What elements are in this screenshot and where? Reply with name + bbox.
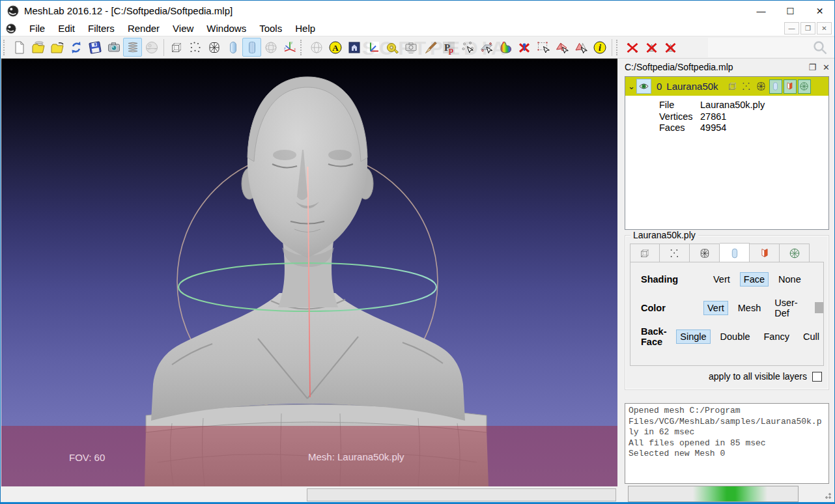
menu-file[interactable]: File: [23, 21, 51, 35]
globe-decoration-button[interactable]: [307, 38, 326, 57]
open-project-button[interactable]: [29, 38, 48, 57]
color-mesh-option[interactable]: Mesh: [734, 301, 765, 315]
hud-right: Mesh: Laurana50k.ply Vertices: 27,861 Fa…: [308, 427, 404, 486]
title-bar[interactable]: MeshLab 2016.12 - [C:/Softpedia/Softpedi…: [1, 1, 834, 21]
apply-all-layers-checkbox[interactable]: [812, 372, 822, 382]
tab-color[interactable]: [750, 244, 780, 262]
userdef-color-swatch[interactable]: [815, 302, 823, 313]
color-vert-option[interactable]: Vert: [703, 301, 728, 315]
visibility-eye-icon[interactable]: [636, 79, 651, 94]
menu-edit[interactable]: Edit: [51, 21, 81, 35]
show-labels-button[interactable]: A: [326, 38, 345, 57]
mdi-minimize-button[interactable]: —: [784, 22, 799, 35]
render-mode-tabs: [630, 244, 810, 263]
save-button[interactable]: [85, 38, 104, 57]
shading-none-option[interactable]: None: [774, 272, 805, 287]
toolbar-grip[interactable]: [616, 40, 620, 55]
quality-mapper-button[interactable]: [496, 38, 515, 57]
minimize-button[interactable]: —: [746, 1, 776, 21]
open-from-web-button[interactable]: [142, 38, 161, 57]
groupbox-title: Laurana50k.ply: [630, 230, 698, 240]
menu-view[interactable]: View: [166, 21, 200, 35]
tab-solid[interactable]: [720, 243, 750, 263]
menu-render[interactable]: Render: [121, 21, 166, 35]
layer-flat-color-icon[interactable]: [784, 79, 797, 94]
open-mesh-button[interactable]: [48, 38, 66, 57]
menu-filters[interactable]: Filters: [81, 21, 121, 35]
layer-list: ⌄ 0 Laurana50k FileLaurana50k.ply Vertic: [625, 76, 829, 230]
smooth-render-button[interactable]: [223, 38, 242, 57]
maximize-button[interactable]: ☐: [776, 1, 805, 21]
log-line: Selected new Mesh 0: [629, 449, 825, 460]
show-layer-dialog-button[interactable]: [123, 38, 142, 57]
show-axis-button[interactable]: [363, 38, 382, 57]
dock-header[interactable]: C:/Softpedia/Softpedia.mlp ❐ ✕: [618, 59, 835, 76]
toolbar-separator: [163, 39, 164, 56]
tab-bbox[interactable]: [630, 244, 660, 262]
layer-wire-sphere-icon[interactable]: [798, 79, 811, 94]
delete-selected-faces-button[interactable]: [642, 38, 660, 57]
delete-selected-all-button[interactable]: [660, 38, 679, 57]
wireframe-render-button[interactable]: [205, 38, 223, 57]
tab-texture[interactable]: [780, 244, 810, 262]
select-connected-button[interactable]: [571, 38, 590, 57]
hidden-lines-render-button[interactable]: [261, 38, 280, 57]
snapshot-button[interactable]: [104, 38, 123, 57]
meshlab-window: MeshLab 2016.12 - [C:/Softpedia/Softpedi…: [0, 0, 835, 504]
menu-tools[interactable]: Tools: [253, 21, 289, 35]
info-button[interactable]: i: [590, 38, 609, 57]
backface-double-option[interactable]: Double: [716, 329, 754, 344]
reload-button[interactable]: [66, 38, 85, 57]
menu-help[interactable]: Help: [289, 21, 322, 35]
layer-name: Laurana50k: [666, 81, 718, 92]
toolbar-grip[interactable]: [300, 40, 304, 55]
tab-points[interactable]: [660, 244, 690, 262]
layer-wireframe-icon[interactable]: [755, 79, 768, 94]
bust-render: [1, 59, 617, 486]
mdi-close-button[interactable]: ✕: [817, 22, 832, 35]
backface-fancy-option[interactable]: Fancy: [760, 329, 794, 344]
tab-wireframe[interactable]: [690, 244, 720, 262]
show-axes-button[interactable]: yzx: [280, 38, 299, 57]
measure-tool-button[interactable]: [382, 38, 401, 57]
georef-button[interactable]: [515, 38, 533, 57]
color-userdef-option[interactable]: User-Def: [771, 296, 808, 320]
select-rect-button[interactable]: [533, 38, 552, 57]
raster-alignment-button[interactable]: [401, 38, 420, 57]
hud-fov: FOV: 60: [69, 452, 147, 464]
menu-bar: File Edit Filters Render View Windows To…: [1, 21, 834, 36]
window-title: MeshLab 2016.12 - [C:/Softpedia/Softpedi…: [24, 5, 233, 16]
new-document-button[interactable]: [10, 38, 29, 57]
resize-grip[interactable]: [823, 490, 832, 499]
dock-float-button[interactable]: ❐: [808, 63, 816, 72]
zpainting-button[interactable]: [420, 38, 439, 57]
flat-render-button[interactable]: [242, 38, 261, 57]
log-output: Opened mesh C:/Program Files/VCG/MeshLab…: [625, 403, 829, 484]
toolbar-grip[interactable]: [3, 40, 7, 55]
points-render-button[interactable]: [186, 38, 205, 57]
bbox-render-button[interactable]: [167, 38, 186, 57]
shading-vert-option[interactable]: Vert: [709, 272, 734, 287]
backface-single-option[interactable]: Single: [676, 329, 710, 344]
layer-bbox-icon[interactable]: [726, 79, 739, 94]
mdi-app-icon: [6, 23, 16, 34]
chevron-down-icon[interactable]: ⌄: [628, 81, 636, 91]
plane-selection-button[interactable]: [477, 38, 496, 57]
dock-close-button[interactable]: ✕: [823, 63, 830, 72]
menu-windows[interactable]: Windows: [200, 21, 253, 35]
layer-points-icon[interactable]: [741, 79, 754, 94]
background-image-button[interactable]: [345, 38, 363, 57]
select-faces-button[interactable]: [552, 38, 571, 57]
layer-row-laurana50k[interactable]: ⌄ 0 Laurana50k: [625, 77, 828, 96]
close-button[interactable]: ✕: [805, 1, 834, 21]
mdi-restore-button[interactable]: ❐: [800, 22, 815, 35]
backface-cull-option[interactable]: Cull: [799, 329, 823, 344]
point-selection-button[interactable]: [458, 38, 477, 57]
search-area[interactable]: [708, 38, 834, 57]
gl-viewport[interactable]: FOV: 60 FPS: 76.3 BO_RENDERING Mesh: Lau…: [1, 59, 617, 486]
layer-smooth-icon[interactable]: [769, 79, 782, 94]
pickpoints-button[interactable]: Pp: [439, 38, 458, 57]
delete-selected-vertices-button[interactable]: [623, 38, 642, 57]
main-toolbar: yzx A Pp i: [1, 36, 834, 59]
shading-face-option[interactable]: Face: [740, 272, 769, 287]
